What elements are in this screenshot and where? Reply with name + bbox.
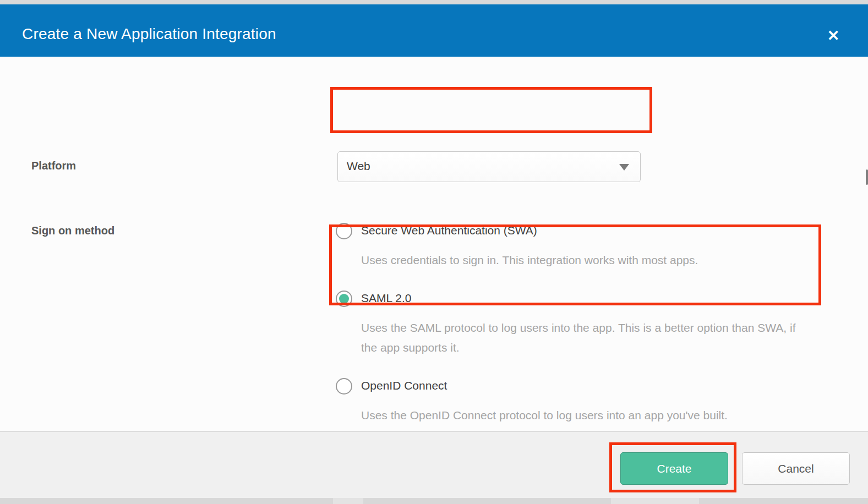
radio-dot	[339, 294, 349, 304]
radio-saml[interactable]	[336, 291, 352, 307]
option-saml-description: Uses the SAML protocol to log users into…	[361, 318, 811, 358]
modal-create-app-integration: Create a New Application Integration ✕ P…	[0, 0, 868, 504]
platform-select[interactable]: Web	[337, 151, 641, 182]
page-bottom-edge	[0, 498, 868, 504]
option-saml-label[interactable]: SAML 2.0	[361, 292, 411, 305]
platform-label: Platform	[31, 160, 76, 172]
option-openid-description: Uses the OpenID Connect protocol to log …	[361, 406, 811, 425]
close-icon[interactable]: ✕	[824, 26, 843, 45]
scrollbar-thumb[interactable]	[866, 169, 868, 185]
background-fragment	[333, 498, 363, 504]
modal-footer: Create Cancel	[0, 431, 868, 498]
radio-swa[interactable]	[336, 223, 352, 239]
option-swa-label[interactable]: Secure Web Authentication (SWA)	[361, 224, 537, 237]
cancel-button[interactable]: Cancel	[742, 452, 850, 485]
sign-on-method-label: Sign on method	[31, 224, 114, 237]
radio-openid[interactable]	[336, 378, 352, 395]
modal-body: Platform Web Sign on method Secure Web A…	[0, 57, 868, 431]
platform-select-value: Web	[347, 160, 370, 173]
chevron-down-icon	[619, 164, 629, 171]
page-top-edge	[0, 0, 868, 4]
create-button[interactable]: Create	[620, 452, 728, 485]
modal-title: Create a New Application Integration	[22, 25, 276, 43]
modal-header: Create a New Application Integration ✕	[0, 4, 868, 57]
option-openid-label[interactable]: OpenID Connect	[361, 379, 447, 392]
option-swa-description: Uses credentials to sign in. This integr…	[361, 250, 811, 270]
background-fragment	[611, 498, 699, 504]
